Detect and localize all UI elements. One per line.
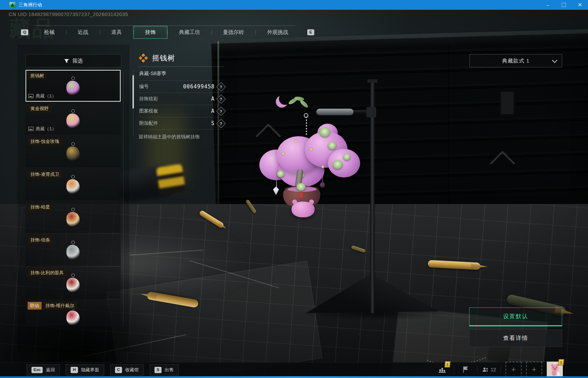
tab-label: 外观挑战 xyxy=(267,29,288,36)
charm-item-labels: 联动 挂饰-维什戴尔 xyxy=(28,302,77,310)
charm-image xyxy=(66,212,80,227)
category-tab[interactable]: 道具 xyxy=(100,26,133,39)
filter-icon xyxy=(64,58,69,64)
shortcut-button[interactable]: C 收藏馆 xyxy=(110,364,144,376)
charm-list-item[interactable]: 联动 挂饰-维什戴尔 xyxy=(26,300,121,326)
shortcut-button[interactable]: Esc 返回 xyxy=(27,364,60,376)
category-tab[interactable]: 挂饰 xyxy=(133,26,167,39)
maximize-button[interactable] xyxy=(556,0,572,10)
close-button[interactable]: ✕ xyxy=(572,0,588,10)
view-details-label: 查看详情 xyxy=(503,335,528,342)
detail-row: 附加配件 S ? xyxy=(138,117,224,130)
collection-count-badge: 典藏（1） xyxy=(28,126,56,132)
shortcut-label: 返回 xyxy=(46,367,55,373)
minimize-button[interactable]: – xyxy=(540,0,556,10)
bottom-bar: Esc 返回 H 隐藏界面 C 收藏馆 S 出售 ! xyxy=(0,362,588,377)
tab-label: 道具 xyxy=(111,29,122,36)
detail-rows: 编号 006499458 ? 挂饰炫彩 A ? 图案模板 A ? 附加配件 S … xyxy=(138,81,224,130)
detail-header: 摇钱树 xyxy=(138,52,224,64)
picture-icon xyxy=(28,127,34,131)
squad-button[interactable]: 12 xyxy=(482,364,496,376)
charm-ring-icon xyxy=(71,175,75,179)
charm-list-item[interactable]: 黄金视野 典藏（1） xyxy=(26,103,121,135)
category-tab[interactable]: 典藏工坊 xyxy=(167,26,211,39)
charm-thumbnail xyxy=(66,109,80,128)
charm-name: 挂饰-暗星 xyxy=(28,203,53,211)
collab-tag: 联动 xyxy=(28,302,42,310)
separator xyxy=(477,365,478,374)
charm-image xyxy=(66,114,80,128)
squad-count: 12 xyxy=(490,367,496,372)
charm-ring-icon xyxy=(71,208,75,211)
next-tab-key-hint: E xyxy=(307,29,314,36)
collection-count-text: 典藏（1） xyxy=(36,93,56,99)
charm-item-labels: 黄金视野 xyxy=(28,105,51,112)
charm-name: 挂饰-信条 xyxy=(28,236,53,244)
charm-image xyxy=(66,146,80,161)
report-button[interactable] xyxy=(459,364,473,376)
charm-name: 挂饰-比利的面具 xyxy=(28,269,66,277)
shortcut-button[interactable]: S 出售 xyxy=(150,364,179,376)
collection-count-badge: 典藏（1） xyxy=(28,93,56,99)
help-icon[interactable]: ? xyxy=(216,82,226,92)
help-icon[interactable]: ? xyxy=(216,94,226,104)
category-tab[interactable]: 近战 xyxy=(66,26,100,39)
tab-label: 挂饰 xyxy=(145,29,156,36)
app-logo-icon xyxy=(9,2,15,8)
shortcut-button[interactable]: H 隐藏界面 xyxy=(66,364,104,376)
detail-scrollbar-thumb[interactable] xyxy=(132,75,134,109)
player-avatar[interactable]: ! xyxy=(547,362,563,378)
plus-icon: + xyxy=(511,365,516,374)
shortcut-keycap: H xyxy=(71,367,78,373)
style-dropdown[interactable]: 典藏款式 1 xyxy=(469,54,562,67)
window-title: 三角洲行动 xyxy=(19,2,42,8)
charm-list-item[interactable]: 挂饰-比利的面具 xyxy=(26,267,121,299)
charm-name: 挂饰-蚀金玫瑰 xyxy=(28,138,62,145)
charm-image xyxy=(66,245,80,260)
category-tab[interactable]: 曼德尔砖 xyxy=(211,26,256,39)
detail-row-label: 图案模板 xyxy=(138,108,158,114)
set-default-button[interactable]: 设置默认 xyxy=(469,307,562,326)
category-tab[interactable]: 外观挑战 xyxy=(256,26,300,39)
charm-list-item[interactable]: 挂饰-信条 xyxy=(26,234,121,266)
charm-thumbnail xyxy=(66,208,80,227)
detail-row-value: S xyxy=(211,120,215,126)
status-icon-group: ! 12 + + ! xyxy=(435,363,563,377)
detail-row-value: 006499458 xyxy=(183,83,215,90)
category-tabbar: Q 枪械近战道具挂饰典藏工坊曼德尔砖外观挑战 E xyxy=(21,26,314,39)
charm-list-item[interactable]: 挂饰-暗星 xyxy=(26,201,121,233)
window-controls: – ✕ xyxy=(540,0,588,10)
detail-row: 图案模板 A ? xyxy=(138,105,224,117)
charm-list-item[interactable]: 摇钱树 典藏（1） xyxy=(26,70,121,102)
alert-badge: ! xyxy=(558,359,564,365)
help-icon[interactable]: ? xyxy=(216,119,226,128)
collection-count-text: 典藏（1） xyxy=(36,126,56,132)
shortcut-label: 出售 xyxy=(165,367,174,373)
charm-list-item[interactable]: 挂饰-凌霄戍卫 xyxy=(26,168,121,200)
detail-row-value: A xyxy=(211,108,215,114)
category-tab[interactable]: 枪械 xyxy=(33,26,66,39)
chevron-down-icon xyxy=(552,58,558,63)
category-tabs: 枪械近战道具挂饰典藏工坊曼德尔砖外观挑战 xyxy=(33,26,300,39)
stats-button[interactable]: ! xyxy=(435,364,449,376)
view-details-button[interactable]: 查看详情 xyxy=(469,329,562,347)
tab-label: 曼德尔砖 xyxy=(223,29,244,36)
filter-button[interactable]: 筛选 xyxy=(26,54,121,67)
shortcut-keycap: S xyxy=(155,367,162,373)
empty-slot[interactable]: + xyxy=(526,362,542,378)
tab-label: 近战 xyxy=(78,29,88,36)
charm-item-labels: 挂饰-凌霄戍卫 xyxy=(28,170,62,178)
item-detail-panel: 摇钱树 典藏-S8赛季 编号 006499458 ? 挂饰炫彩 A ? 图案模板… xyxy=(138,52,224,140)
charm-image xyxy=(66,179,80,194)
charm-name: 挂饰-维什戴尔 xyxy=(43,302,77,310)
flag-icon xyxy=(462,366,469,373)
charm-image xyxy=(66,278,80,292)
alert-badge: ! xyxy=(444,361,451,368)
charm-ring-icon xyxy=(71,142,75,146)
charm-list-item[interactable]: 挂饰-蚀金玫瑰 xyxy=(26,136,121,167)
help-icon[interactable]: ? xyxy=(216,107,226,116)
account-uid: CN UID:184829879900707357237_20260314203… xyxy=(9,12,128,17)
detail-row: 挂饰炫彩 A ? xyxy=(138,93,224,105)
empty-slot[interactable]: + xyxy=(505,362,522,378)
detail-row-value: A xyxy=(211,96,215,102)
